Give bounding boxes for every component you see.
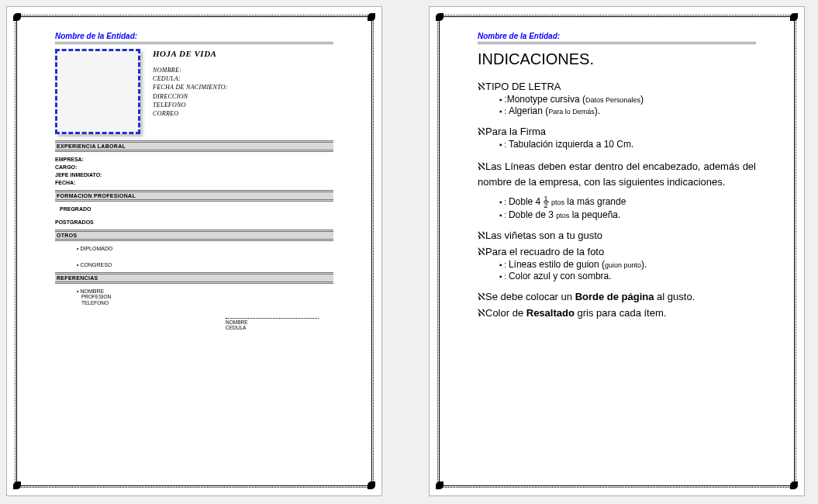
- subitem-doble-pequena: Doble de 3 ptos la pequeña.: [499, 209, 756, 220]
- field-correo: CORREO: [153, 109, 228, 118]
- divider: [478, 42, 756, 44]
- subitem-tabulacion: Tabulación izquierda a 10 Cm.: [499, 139, 756, 150]
- photo-placeholder: [55, 49, 140, 134]
- field-empresa: EMPRESA:: [55, 157, 333, 162]
- item-lineas: Las Líneas deben estar dentro del encabe…: [478, 159, 756, 189]
- page-1: Nombre de la Entidad: HOJA DE VIDA NOMBR…: [6, 6, 382, 496]
- field-cedula: CEDULA:: [153, 74, 228, 83]
- signature-block: NOMBRE CEDULA: [226, 318, 333, 330]
- subitem-color-azul: Color azul y con sombra.: [499, 271, 756, 281]
- title: HOJA DE VIDA: [153, 49, 228, 58]
- subitem-monotype: :Monotype cursiva (Datos Personales): [499, 94, 756, 105]
- heading-indicaciones: INDICACIONES.: [478, 50, 756, 68]
- field-fecha: FECHA:: [55, 180, 333, 185]
- item-resaltado: Color de Resaltado gris para cada ítem.: [478, 307, 756, 319]
- item-diplomado: DIPLOMADO: [77, 246, 333, 251]
- ref-telefono: TELEFONO: [81, 300, 333, 306]
- section-referencias: REFERENCIAS: [55, 272, 333, 284]
- field-cargo: CARGO:: [55, 164, 333, 170]
- field-direccion: DIRECCION: [153, 92, 228, 101]
- subitem-doble-grande: Doble 4 12 ptos la más grande: [499, 195, 756, 209]
- item-congreso: CONGRESO: [77, 262, 333, 268]
- ref-bullet: NOMBRE: [77, 288, 333, 294]
- item-borde: Se debe colocar un Borde de página al gu…: [478, 291, 756, 302]
- entity-label: Nombre de la Entidad:: [55, 32, 333, 40]
- field-nombre: NOMBRE:: [153, 66, 228, 74]
- section-otros: OTROS: [55, 230, 333, 241]
- section-experiencia: EXPERIENCIA LABORAL: [55, 140, 333, 152]
- field-jefe: JEFE INMEDIATO:: [55, 172, 333, 178]
- page-2: Nombre de la Entidad: INDICACIONES. TIPO…: [429, 6, 805, 496]
- item-vinetas: Las viñetas son a tu gusto: [478, 230, 756, 241]
- subitem-algerian: Algerian (Para lo Demás).: [499, 105, 756, 116]
- field-fecha-nacimiento: FECHA DE NACIMIENTO:: [153, 83, 228, 91]
- field-postgrados: POSTGRADOS: [55, 219, 333, 225]
- field-pregrado: PREGRADO: [60, 206, 333, 212]
- sig-nombre: NOMBRE: [226, 319, 333, 325]
- entity-label: Nombre de la Entidad:: [478, 32, 756, 40]
- field-telefono: TELEFONO: [153, 101, 228, 109]
- section-formacion: FORMACION PROFESIONAL: [55, 190, 333, 202]
- item-firma: Para la Firma: [478, 126, 756, 137]
- divider: [55, 42, 333, 44]
- sig-cedula: CEDULA: [226, 325, 333, 330]
- signature-line: [226, 318, 319, 319]
- item-recuadro: Para el recuadro de la foto: [478, 246, 756, 257]
- subitem-guion: Líneas estilo de guion (guion punto).: [499, 259, 756, 270]
- item-tipo-letra: TIPO DE LETRA: [478, 81, 756, 92]
- personal-data: HOJA DE VIDA NOMBRE: CEDULA: FECHA DE NA…: [153, 49, 228, 134]
- ref-profesion: PROFESION: [81, 294, 333, 300]
